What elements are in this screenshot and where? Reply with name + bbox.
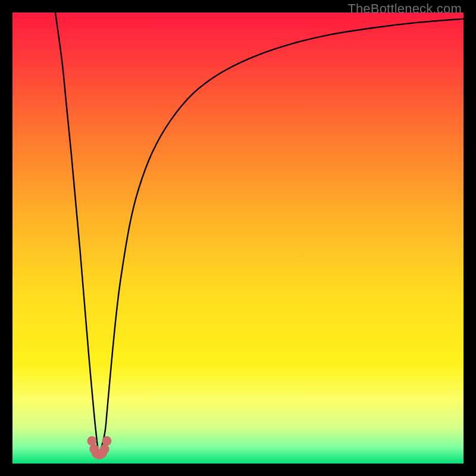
bottleneck-chart [12,12,464,464]
watermark-text: TheBottleneck.com [347,1,462,17]
chart-frame: TheBottleneck.com [0,0,476,476]
marker-dot [100,444,109,454]
marker-dot [102,436,111,446]
plot-background [12,12,464,464]
marker-dot [87,436,96,446]
